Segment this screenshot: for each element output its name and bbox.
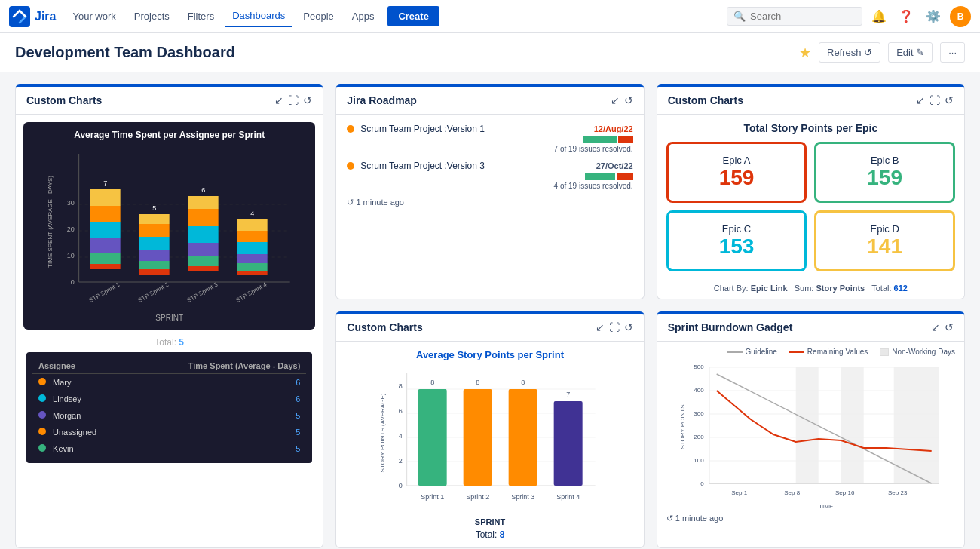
svg-rect-14 bbox=[90, 222, 121, 238]
sp-minimize-icon[interactable]: ↙ bbox=[596, 321, 605, 333]
svg-text:0: 0 bbox=[71, 278, 75, 286]
help-icon[interactable]: ❓ bbox=[896, 6, 917, 27]
story-points-header: Custom Charts ↙ ⛶ ↺ bbox=[336, 314, 643, 342]
svg-text:Sep 8: Sep 8 bbox=[784, 489, 800, 496]
svg-text:8: 8 bbox=[430, 379, 434, 386]
svg-rect-0 bbox=[9, 6, 30, 27]
svg-text:400: 400 bbox=[694, 387, 704, 394]
edit-button[interactable]: Edit ✎ bbox=[888, 42, 933, 63]
svg-rect-13 bbox=[90, 238, 121, 253]
svg-rect-39 bbox=[237, 231, 268, 242]
epic-a-name: Epic A bbox=[679, 155, 795, 166]
epic-refresh-icon[interactable]: ↺ bbox=[945, 94, 954, 106]
page-header: Development Team Dashboard ★ Refresh ↺ E… bbox=[0, 33, 980, 72]
nav-logo-text: Jira bbox=[35, 10, 56, 23]
svg-text:0: 0 bbox=[399, 482, 403, 489]
nav-filters[interactable]: Filters bbox=[180, 6, 222, 26]
svg-text:2: 2 bbox=[399, 457, 403, 465]
search-input[interactable] bbox=[750, 11, 856, 22]
svg-text:STP Sprint 4: STP Sprint 4 bbox=[235, 281, 268, 304]
epic-expand-icon[interactable]: ⛶ bbox=[929, 94, 940, 106]
svg-rect-11 bbox=[90, 264, 121, 269]
svg-text:Sprint 1: Sprint 1 bbox=[421, 493, 444, 501]
svg-text:200: 200 bbox=[694, 434, 704, 440]
settings-icon[interactable]: ⚙️ bbox=[923, 6, 944, 27]
epic-a-card: Epic A 159 bbox=[666, 142, 807, 203]
burndown-refresh-icon[interactable]: ↺ bbox=[945, 321, 954, 333]
burndown-minimize-icon[interactable]: ↙ bbox=[931, 321, 940, 333]
svg-rect-64 bbox=[554, 401, 583, 486]
svg-text:5: 5 bbox=[152, 204, 156, 212]
time-spent-header: Custom Charts ↙ ⛶ ↺ bbox=[16, 87, 323, 115]
search-box[interactable]: 🔍 bbox=[727, 7, 862, 26]
story-points-title: Custom Charts bbox=[347, 321, 595, 333]
svg-text:20: 20 bbox=[67, 225, 75, 233]
refresh-button[interactable]: Refresh ↺ bbox=[819, 42, 880, 63]
assignee-row: Kevin 5 bbox=[32, 440, 306, 457]
epic-b-card: Epic B 159 bbox=[814, 142, 955, 203]
svg-rect-70 bbox=[893, 367, 939, 483]
nav-apps[interactable]: Apps bbox=[345, 6, 382, 26]
sp-chart-title: Average Story Points per Sprint bbox=[344, 349, 635, 360]
time-spent-expand-icon[interactable]: ⛶ bbox=[288, 94, 299, 106]
assignee-col-header: Assignee bbox=[32, 358, 131, 374]
svg-rect-30 bbox=[188, 226, 219, 243]
epic-c-card: Epic C 153 bbox=[666, 210, 807, 271]
epic-c-name: Epic C bbox=[679, 223, 795, 235]
create-button[interactable]: Create bbox=[387, 6, 439, 26]
burndown-chart-svg: 0 100 200 300 400 500 bbox=[666, 359, 955, 510]
epic-chart-title: Custom Charts bbox=[668, 94, 916, 106]
svg-rect-58 bbox=[464, 389, 492, 486]
time-col-header: Time Spent (Average - Days) bbox=[131, 358, 306, 374]
epic-c-value: 153 bbox=[679, 235, 795, 259]
svg-rect-27 bbox=[188, 266, 219, 271]
star-button[interactable]: ★ bbox=[799, 44, 811, 61]
epic-footer: Chart By: Epic Link Sum: Story Points To… bbox=[657, 278, 964, 299]
svg-rect-29 bbox=[188, 243, 219, 256]
jira-roadmap-widget: Jira Roadmap ↙ ↺ Scrum Team Project :Ver… bbox=[335, 84, 644, 299]
epic-minimize-icon[interactable]: ↙ bbox=[916, 94, 925, 106]
roadmap-item: Scrum Team Project :Version 1 12/Aug/22 … bbox=[347, 124, 632, 153]
roadmap-item-issues: 7 of 19 issues resolved. bbox=[347, 145, 632, 153]
legend-remaining: Remaining Values bbox=[789, 348, 868, 356]
epic-d-name: Epic D bbox=[827, 223, 942, 235]
svg-rect-15 bbox=[90, 206, 121, 222]
story-points-widget: Custom Charts ↙ ⛶ ↺ Average Story Points… bbox=[335, 311, 644, 548]
time-spent-refresh-icon[interactable]: ↺ bbox=[303, 94, 312, 106]
svg-text:7: 7 bbox=[566, 391, 570, 398]
svg-rect-40 bbox=[237, 219, 268, 231]
svg-text:300: 300 bbox=[694, 410, 704, 417]
nav-people[interactable]: People bbox=[296, 6, 341, 26]
sp-refresh-icon[interactable]: ↺ bbox=[624, 321, 633, 333]
svg-text:4: 4 bbox=[250, 210, 254, 217]
epic-chart-body: Total Story Points per Epic Epic A 159 E… bbox=[657, 115, 964, 299]
roadmap-body: Scrum Team Project :Version 1 12/Aug/22 … bbox=[336, 115, 643, 216]
roadmap-minimize-icon[interactable]: ↙ bbox=[611, 94, 620, 106]
burndown-widget: Sprint Burndown Gadget ↙ ↺ Guideline Rem… bbox=[657, 311, 965, 548]
svg-rect-36 bbox=[237, 263, 268, 271]
svg-rect-16 bbox=[90, 189, 121, 206]
svg-text:4: 4 bbox=[399, 432, 403, 440]
nav-logo[interactable]: Jira bbox=[9, 6, 56, 27]
svg-rect-38 bbox=[237, 242, 268, 254]
epic-b-name: Epic B bbox=[827, 155, 942, 166]
svg-text:STP Sprint 3: STP Sprint 3 bbox=[186, 281, 219, 304]
search-icon: 🔍 bbox=[733, 11, 746, 22]
time-spent-minimize-icon[interactable]: ↙ bbox=[274, 94, 283, 106]
svg-rect-32 bbox=[188, 196, 219, 209]
notifications-icon[interactable]: 🔔 bbox=[868, 6, 890, 27]
svg-text:8: 8 bbox=[399, 382, 403, 390]
user-avatar[interactable]: B bbox=[950, 6, 971, 27]
sp-expand-icon[interactable]: ⛶ bbox=[609, 321, 620, 333]
roadmap-refresh-icon[interactable]: ↺ bbox=[624, 94, 633, 106]
nav-projects[interactable]: Projects bbox=[127, 6, 177, 26]
more-button[interactable]: ··· bbox=[940, 42, 965, 63]
stacked-bar-chart-svg: 0 10 20 30 bbox=[31, 146, 308, 312]
epic-d-card: Epic D 141 bbox=[814, 210, 955, 271]
svg-rect-28 bbox=[188, 256, 219, 266]
svg-rect-55 bbox=[418, 389, 447, 486]
roadmap-item-date: 12/Aug/22 bbox=[594, 124, 633, 133]
nav-dashboards[interactable]: Dashboards bbox=[225, 5, 292, 27]
nav-your-work[interactable]: Your work bbox=[65, 6, 123, 26]
time-spent-body: Average Time Spent per Assignee per Spri… bbox=[23, 122, 315, 330]
